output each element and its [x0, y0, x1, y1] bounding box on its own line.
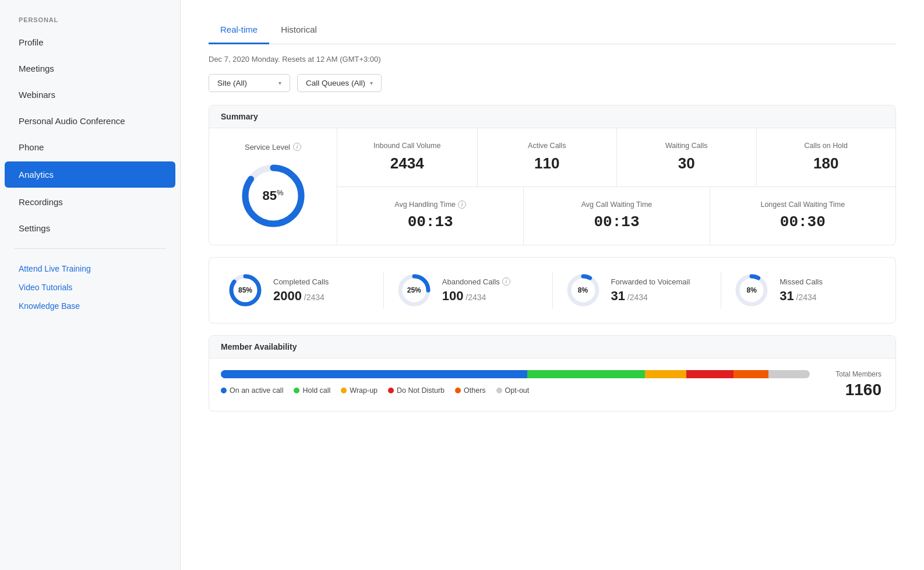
legend-label-others: Others: [464, 386, 486, 395]
call-value-forwarded-to-voicemail: 31 /2434: [611, 288, 690, 304]
stat-cell-inbound-call-volume: Inbound Call Volume 2434: [337, 128, 477, 187]
member-availability-header: Member Availability: [209, 336, 895, 358]
avail-bar: [221, 370, 810, 378]
mini-donut-center-completed-calls: 85%: [238, 286, 252, 294]
member-availability-card: Member Availability On an active call Ho…: [209, 335, 896, 411]
stats-bottom-grid: Avg Handling Timei 00:13 Avg Call Waitin…: [337, 187, 895, 245]
summary-card: Summary Service Level i 85%: [209, 105, 896, 245]
legend-label-wrap-up: Wrap-up: [350, 386, 378, 395]
stat-value-waiting-calls: 30: [678, 154, 695, 173]
mini-donut-abandoned-calls: 25%: [396, 272, 433, 309]
sidebar-item-personal-audio-conference[interactable]: Personal Audio Conference: [0, 108, 180, 134]
mini-donut-missed-calls: 8%: [733, 272, 770, 309]
sidebar-item-settings[interactable]: Settings: [0, 215, 180, 241]
avail-main: On an active call Hold call Wrap-up Do N…: [209, 358, 821, 411]
stat-value-inbound-call-volume: 2434: [390, 154, 424, 173]
tab-realtime[interactable]: Real-time: [209, 16, 269, 44]
bar-seg-do-not-disturb: [686, 370, 733, 378]
total-members-value: 1160: [845, 381, 881, 399]
stat-cell-avg-handling-time: Avg Handling Timei 00:13: [337, 187, 523, 245]
mini-donut-forwarded-to-voicemail: 8%: [565, 272, 602, 309]
call-label-forwarded-to-voicemail: Forwarded to Voicemail: [611, 277, 690, 286]
sidebar-item-meetings[interactable]: Meetings: [0, 55, 180, 82]
legend-dot-do-not-disturb: [388, 388, 394, 393]
stat-label-longest-call-waiting-time: Longest Call Waiting Time: [760, 200, 845, 209]
legend-label-do-not-disturb: Do Not Disturb: [397, 386, 445, 395]
service-level-info-icon: i: [293, 143, 301, 151]
legend-dot-wrap-up: [341, 388, 347, 393]
chevron-down-icon: ▾: [278, 80, 281, 86]
call-value-completed-calls: 2000 /2434: [273, 288, 329, 304]
sidebar-item-recordings[interactable]: Recordings: [0, 189, 180, 215]
stat-cell-calls-on-hold: Calls on Hold 180: [756, 128, 896, 187]
call-item-abandoned-calls: 25% Abandoned Callsi 100 /2434: [383, 272, 541, 309]
avail-legend: On an active call Hold call Wrap-up Do N…: [221, 386, 810, 395]
sidebar-link-knowledge-base[interactable]: Knowledge Base: [14, 299, 166, 313]
legend-item-opt-out: Opt-out: [496, 386, 530, 395]
bar-seg-opt-out: [768, 370, 810, 378]
stat-value-active-calls: 110: [534, 154, 559, 173]
legend-item-others: Others: [455, 386, 486, 395]
sidebar: PERSONAL ProfileMeetingsWebinarsPersonal…: [0, 0, 181, 570]
stat-label-waiting-calls: Waiting Calls: [665, 142, 707, 150]
sidebar-section-label: PERSONAL: [0, 0, 180, 29]
main-content: Real-timeHistorical Dec 7, 2020 Monday. …: [181, 0, 924, 570]
stat-cell-active-calls: Active Calls 110: [477, 128, 617, 187]
legend-item-hold-call: Hold call: [294, 386, 330, 395]
sidebar-nav: ProfileMeetingsWebinarsPersonal Audio Co…: [0, 29, 180, 241]
legend-item-on-active-call: On an active call: [221, 386, 283, 395]
legend-item-do-not-disturb: Do Not Disturb: [388, 386, 445, 395]
filter-call-queues[interactable]: Call Queues (All)▾: [297, 74, 382, 92]
sidebar-item-analytics[interactable]: Analytics: [5, 161, 175, 188]
legend-label-on-active-call: On an active call: [230, 386, 283, 395]
bar-seg-others: [733, 370, 769, 378]
avail-section-inner: On an active call Hold call Wrap-up Do N…: [209, 358, 895, 411]
stat-value-calls-on-hold: 180: [813, 154, 838, 173]
mini-donut-center-forwarded-to-voicemail: 8%: [578, 286, 588, 294]
call-value-abandoned-calls: 100 /2434: [442, 288, 510, 304]
stat-cell-waiting-calls: Waiting Calls 30: [616, 128, 756, 187]
service-level-donut: 85%: [238, 161, 308, 231]
legend-item-wrap-up: Wrap-up: [341, 386, 378, 395]
tab-historical[interactable]: Historical: [269, 16, 329, 44]
stat-label-active-calls: Active Calls: [528, 142, 566, 150]
stat-cell-avg-call-waiting-time: Avg Call Waiting Time 00:13: [523, 187, 709, 245]
sidebar-item-webinars[interactable]: Webinars: [0, 82, 180, 108]
service-level-value: 85%: [262, 188, 283, 203]
sidebar-link-attend-live-training[interactable]: Attend Live Training: [14, 262, 166, 276]
mini-donut-completed-calls: 85%: [227, 272, 264, 309]
call-value-missed-calls: 31 /2434: [780, 288, 823, 304]
info-icon: i: [502, 277, 510, 286]
call-label-abandoned-calls: Abandoned Callsi: [442, 277, 510, 286]
call-item-forwarded-to-voicemail: 8% Forwarded to Voicemail 31 /2434: [552, 272, 710, 309]
service-level-label: Service Level i: [245, 143, 301, 152]
info-icon: i: [458, 200, 466, 209]
filter-site[interactable]: Site (All)▾: [209, 74, 290, 92]
call-label-missed-calls: Missed Calls: [780, 277, 823, 286]
sidebar-link-video-tutorials[interactable]: Video Tutorials: [14, 280, 166, 294]
legend-label-hold-call: Hold call: [302, 386, 330, 395]
call-label-completed-calls: Completed Calls: [273, 277, 329, 286]
mini-donut-center-abandoned-calls: 25%: [407, 286, 421, 294]
stat-value-avg-handling-time: 00:13: [408, 213, 453, 231]
call-info-forwarded-to-voicemail: Forwarded to Voicemail 31 /2434: [611, 277, 690, 304]
legend-label-opt-out: Opt-out: [505, 386, 530, 395]
legend-dot-opt-out: [496, 388, 502, 393]
filters: Site (All)▾Call Queues (All)▾: [209, 74, 896, 92]
sidebar-item-phone[interactable]: Phone: [0, 134, 180, 160]
stat-label-inbound-call-volume: Inbound Call Volume: [373, 142, 440, 150]
total-members-label: Total Members: [835, 370, 881, 378]
summary-header: Summary: [209, 105, 895, 128]
summary-top-row: Service Level i 85%: [209, 128, 895, 245]
legend-dot-hold-call: [294, 388, 299, 393]
legend-dot-others: [455, 388, 461, 393]
sidebar-divider: [14, 248, 166, 249]
call-item-missed-calls: 8% Missed Calls 31 /2434: [721, 272, 878, 309]
stat-value-longest-call-waiting-time: 00:30: [780, 213, 826, 231]
sidebar-item-profile[interactable]: Profile: [0, 29, 180, 55]
stat-label-avg-handling-time: Avg Handling Timei: [394, 200, 466, 209]
date-info: Dec 7, 2020 Monday. Resets at 12 AM (GMT…: [209, 55, 896, 64]
tabs: Real-timeHistorical: [209, 16, 896, 44]
sidebar-links: Attend Live TrainingVideo TutorialsKnowl…: [0, 256, 180, 319]
call-info-completed-calls: Completed Calls 2000 /2434: [273, 277, 329, 304]
